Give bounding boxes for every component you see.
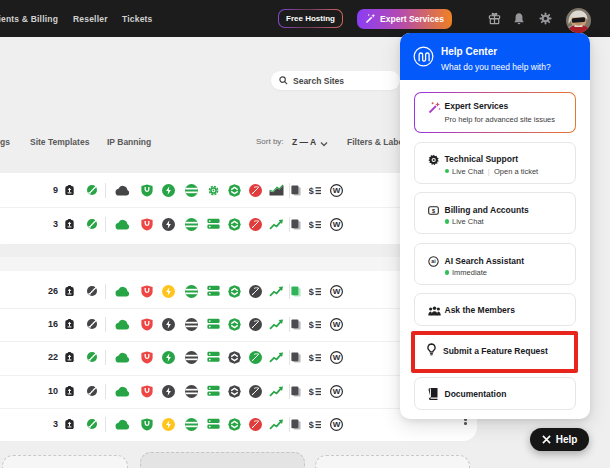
svg-text:$: $	[432, 208, 435, 214]
svg-text:W: W	[333, 287, 341, 296]
svg-text:$: $	[309, 219, 315, 230]
svg-text:$: $	[309, 185, 315, 196]
svg-text:W: W	[333, 220, 341, 229]
svg-text:ai: ai	[431, 258, 436, 264]
svg-text:W: W	[333, 320, 341, 329]
svg-text:W: W	[333, 387, 341, 396]
svg-text:$: $	[309, 386, 315, 397]
svg-text:$: $	[309, 419, 315, 430]
svg-text:W: W	[333, 186, 341, 195]
svg-text:W: W	[333, 420, 341, 429]
svg-text:$: $	[309, 286, 315, 297]
svg-text:$: $	[309, 352, 315, 363]
svg-text:W: W	[333, 353, 341, 362]
svg-text:$: $	[309, 319, 315, 330]
